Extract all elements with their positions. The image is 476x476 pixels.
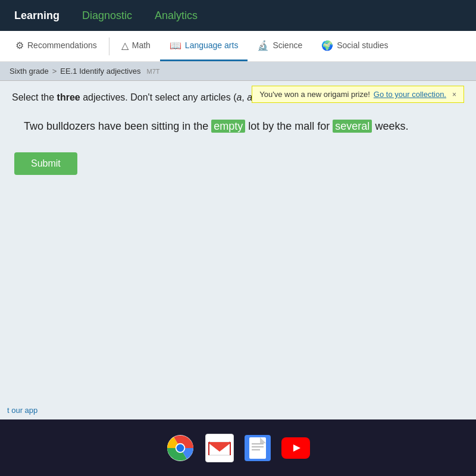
nav-learning[interactable]: Learning xyxy=(12,6,62,26)
svg-rect-9 xyxy=(252,449,260,450)
sentence-after: weeks. xyxy=(375,120,408,132)
gmail-icon[interactable] xyxy=(205,434,234,462)
science-icon: 🔬 xyxy=(257,40,269,51)
tab-social-studies[interactable]: 🌍 Social studies xyxy=(312,31,397,61)
chrome-icon[interactable] xyxy=(166,434,195,462)
breadcrumb: Sixth grade > EE.1 Identify adjectives M… xyxy=(0,62,476,81)
tab-science[interactable]: 🔬 Science xyxy=(248,31,312,61)
taskbar xyxy=(0,419,476,476)
footer-app-link[interactable]: t our app xyxy=(7,406,37,415)
breadcrumb-grade[interactable]: Sixth grade xyxy=(10,67,49,76)
notification-text: You've won a new origami prize! xyxy=(259,90,370,99)
svg-rect-7 xyxy=(252,443,264,444)
tab-math[interactable]: △ Math xyxy=(112,31,160,61)
social-studies-icon: 🌍 xyxy=(321,40,333,51)
sentence-middle: lot by the mall for xyxy=(248,120,330,132)
nav-analytics[interactable]: Analytics xyxy=(152,6,200,26)
instruction-bold: three xyxy=(57,92,80,102)
svg-rect-8 xyxy=(252,446,264,447)
notification-close-button[interactable]: × xyxy=(452,90,456,99)
tab-recommendations[interactable]: ⚙ Recommendations xyxy=(6,31,107,61)
sentence-area: Two bulldozers have been sitting in the … xyxy=(12,117,464,136)
breadcrumb-lesson[interactable]: EE.1 Identify adjectives xyxy=(60,67,140,76)
tab-divider xyxy=(109,37,109,55)
breadcrumb-tag: M7T xyxy=(147,68,160,75)
word-several[interactable]: several xyxy=(333,120,372,133)
sentence-before: Two bulldozers have been sitting in the xyxy=(24,120,208,132)
youtube-icon[interactable] xyxy=(281,437,310,459)
google-docs-icon[interactable] xyxy=(245,435,271,461)
svg-rect-6 xyxy=(249,437,266,459)
recommendations-icon: ⚙ xyxy=(15,40,24,51)
word-empty[interactable]: empty xyxy=(211,120,245,133)
breadcrumb-separator: > xyxy=(52,67,57,76)
top-navigation: Learning Diagnostic Analytics xyxy=(0,0,476,31)
tab-language-arts[interactable]: 📖 Language arts xyxy=(160,31,248,61)
language-arts-icon: 📖 xyxy=(170,40,181,51)
subject-tabs-bar: ⚙ Recommendations △ Math 📖 Language arts… xyxy=(0,31,476,62)
svg-point-2 xyxy=(177,444,184,452)
math-icon: △ xyxy=(121,40,129,51)
submit-button[interactable]: Submit xyxy=(14,152,77,175)
notification-banner: You've won a new origami prize! Go to yo… xyxy=(252,86,464,103)
notification-link[interactable]: Go to your collection. xyxy=(374,90,446,99)
main-content-area: Sixth grade > EE.1 Identify adjectives M… xyxy=(0,62,476,419)
nav-diagnostic[interactable]: Diagnostic xyxy=(80,6,134,26)
